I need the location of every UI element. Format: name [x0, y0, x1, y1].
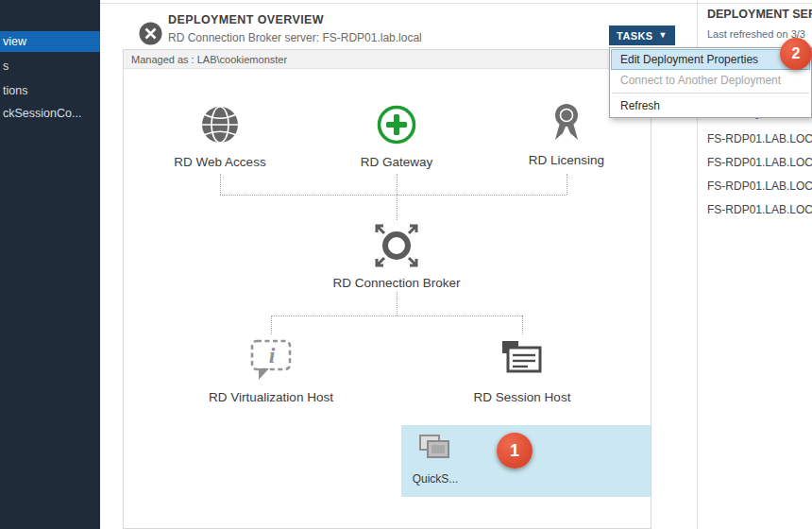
node-label: RD Session Host [437, 390, 607, 404]
node-rd-virtualization-host[interactable]: i RD Virtualization Host [186, 334, 356, 404]
tasks-dropdown-button[interactable]: TASKS ▼ [609, 26, 675, 45]
node-label: RD Web Access [144, 155, 296, 169]
connector-line [271, 316, 272, 334]
connector-line [220, 174, 221, 195]
annotation-badge-2: 2 [780, 38, 812, 70]
sidebar-item-quicksessioncollection[interactable]: ckSessionCo... [0, 104, 100, 123]
connector-line [567, 174, 567, 195]
server-row[interactable]: FS-RDP01.LAB.LOCAL [707, 132, 812, 145]
menu-item-refresh[interactable]: Refresh [611, 95, 810, 116]
menu-separator [612, 93, 809, 94]
node-label: RD Connection Broker [312, 276, 482, 290]
connector-line [522, 316, 523, 334]
node-label: RD Gateway [321, 155, 472, 169]
node-rd-session-host[interactable]: RD Session Host [437, 334, 607, 404]
node-rd-gateway[interactable]: RD Gateway [321, 99, 472, 169]
sidebar-item-overview[interactable]: view [0, 31, 100, 52]
broker-arrows-icon [312, 220, 482, 271]
collection-label: QuickS... [406, 472, 465, 486]
connector-line [397, 174, 398, 195]
sidebar-item-collections[interactable]: tions [0, 81, 100, 100]
server-manager-rds-overview: view s tions ckSessionCo... DEPLOYMENT O… [0, 0, 812, 529]
page-subtitle: RD Connection Broker server: FS-RDP01.la… [168, 31, 422, 44]
managed-as-bar: Managed as : LAB\cookiemonster [124, 50, 651, 69]
globe-icon [144, 99, 296, 150]
green-plus-icon [321, 99, 472, 150]
chevron-down-icon: ▼ [659, 30, 668, 40]
tasks-button-label: TASKS [617, 30, 652, 42]
rds-sidebar: view s tions ckSessionCo... [0, 0, 100, 529]
node-rd-connection-broker[interactable]: RD Connection Broker [312, 220, 482, 290]
server-row[interactable]: FS-RDP01.LAB.LOCAL [707, 156, 812, 169]
dashed-info-box-icon: i [186, 334, 356, 385]
connector-line [397, 292, 398, 316]
overview-circle-x-icon [138, 21, 163, 46]
connector-line [220, 195, 567, 196]
annotation-badge-1: 1 [497, 433, 533, 469]
collection-monitors-icon [418, 434, 452, 466]
node-rd-web-access[interactable]: RD Web Access [144, 99, 296, 169]
servers-panel-title: DEPLOYMENT SERVERS [707, 8, 812, 21]
server-row[interactable]: FS-RDP01.LAB.LOCAL [707, 179, 812, 193]
node-label: RD Licensing [491, 153, 642, 167]
menu-item-connect-to-another-deployment[interactable]: Connect to Another Deployment [611, 70, 810, 91]
sidebar-item-servers[interactable]: s [0, 57, 100, 76]
page-title: DEPLOYMENT OVERVIEW [168, 13, 324, 26]
node-label: RD Virtualization Host [186, 390, 356, 404]
connector-line [271, 316, 522, 316]
connector-line [397, 195, 398, 220]
server-row[interactable]: FS-RDP01.LAB.LOCAL [707, 203, 812, 216]
svg-text:i: i [269, 343, 276, 367]
session-host-server-icon [437, 334, 607, 385]
